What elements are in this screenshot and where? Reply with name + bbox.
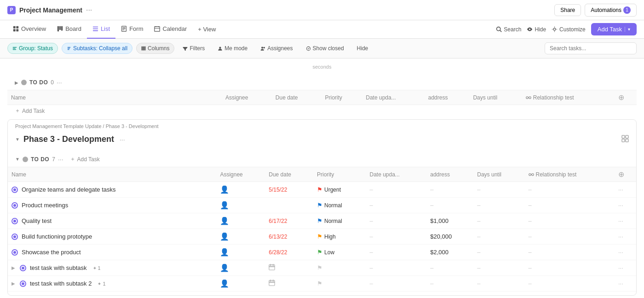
assignee-icon[interactable]: 👤	[220, 264, 229, 272]
task-status-icon[interactable]	[20, 280, 26, 287]
top-todo-chevron[interactable]: ▶	[15, 80, 18, 85]
phase3-chevron[interactable]: ▼	[15, 137, 20, 142]
add-column-icon[interactable]: ⊕	[618, 93, 624, 101]
task-priority-cell[interactable]: ⚑Low	[313, 245, 366, 260]
task-name-label[interactable]: Build functioning prototype	[22, 233, 92, 240]
priority-label: Low	[324, 249, 334, 256]
add-task-dropdown-arrow[interactable]: ▾	[625, 27, 630, 32]
subtasks-chip[interactable]: Subtasks: Collapse all	[62, 43, 132, 54]
task-status-icon[interactable]	[12, 234, 18, 240]
top-todo-table: Name Assignee Due date Priority Date upd…	[7, 90, 637, 105]
p3-col-relationship-label: Relationship test	[536, 171, 577, 178]
share-button[interactable]: Share	[554, 4, 581, 16]
app-menu-button[interactable]: ···	[86, 6, 92, 14]
task-more-button[interactable]: ···	[618, 233, 623, 240]
task-due-date-cell[interactable]	[265, 260, 313, 276]
phase3-todo-chevron[interactable]: ▼	[15, 157, 20, 162]
task-more-cell[interactable]: ···	[615, 182, 636, 198]
task-due-date-cell[interactable]	[265, 276, 313, 292]
top-todo-more[interactable]: ···	[57, 79, 62, 86]
top-add-task-btn[interactable]: ＋ Add Task	[7, 107, 637, 115]
task-priority-cell[interactable]: ⚑Normal	[313, 213, 366, 229]
columns-chip[interactable]: Columns	[136, 43, 174, 54]
p3-add-column-icon[interactable]: ⊕	[618, 170, 624, 178]
date-updated-value: –	[369, 202, 373, 209]
nav-form[interactable]: Form	[115, 20, 149, 39]
show-closed-button[interactable]: Show closed	[301, 43, 349, 53]
task-more-cell[interactable]: ···	[615, 260, 636, 276]
task-name-label[interactable]: test task with subtask 2	[30, 280, 92, 287]
task-more-button[interactable]: ···	[618, 202, 623, 209]
subtask-expand[interactable]: ▶	[12, 265, 15, 270]
phase3-todo-add-task-inline[interactable]: ＋ Add Task	[70, 155, 100, 163]
task-due-date-cell[interactable]: 6/17/22	[265, 213, 313, 229]
assignee-icon[interactable]: 👤	[220, 217, 229, 225]
task-name-label[interactable]: Quality test	[22, 217, 52, 224]
nav-form-label: Form	[129, 25, 143, 32]
task-priority-cell[interactable]: ⚑	[313, 276, 366, 292]
search-button[interactable]: Search	[496, 26, 521, 33]
hide-button[interactable]: Hide	[527, 26, 546, 33]
task-more-button[interactable]: ···	[618, 264, 623, 271]
phase3-more[interactable]: ···	[120, 136, 125, 143]
task-more-button[interactable]: ···	[618, 217, 623, 224]
assignee-icon[interactable]: 👤	[220, 280, 229, 287]
task-more-cell[interactable]: ···	[615, 229, 636, 245]
subtask-expand[interactable]: ▶	[12, 281, 15, 286]
task-due-date-cell[interactable]: 6/13/22	[265, 229, 313, 245]
task-more-button[interactable]: ···	[618, 186, 623, 193]
add-task-button[interactable]: Add Task ▾	[591, 23, 637, 35]
task-priority-cell[interactable]: ⚑Normal	[313, 198, 366, 213]
svg-rect-6	[61, 26, 63, 31]
nav-calendar[interactable]: Calendar	[149, 20, 192, 39]
filters-button[interactable]: Filters	[178, 43, 209, 53]
assignee-icon[interactable]: 👤	[220, 248, 229, 256]
task-name-cell: Build functioning prototype	[8, 229, 216, 245]
phase3-todo-more[interactable]: ···	[58, 156, 63, 163]
group-status-chip[interactable]: Group: Status	[7, 43, 58, 54]
task-priority-cell[interactable]: ⚑Urgent	[313, 182, 366, 198]
customize-button[interactable]: Customize	[552, 26, 586, 33]
p3-col-add-button[interactable]: ⊕	[615, 167, 636, 182]
priority-label: Normal	[324, 202, 342, 209]
nav-add-view[interactable]: + View	[192, 26, 221, 33]
task-more-cell[interactable]: ···	[615, 276, 636, 292]
nav-board[interactable]: Board	[52, 20, 87, 39]
task-name-label[interactable]: Showcase the product	[22, 249, 81, 256]
phase3-breadcrumb: Project Management Template Update / Pha…	[8, 120, 636, 129]
nav-list[interactable]: List	[87, 20, 115, 39]
task-due-date-cell[interactable]: 5/15/22	[265, 182, 313, 198]
task-name-label[interactable]: Product meetings	[22, 202, 68, 209]
assignees-button[interactable]: Assignees	[256, 43, 297, 53]
task-more-cell[interactable]: ···	[615, 198, 636, 213]
task-status-icon[interactable]	[12, 218, 18, 224]
task-due-date-cell[interactable]	[265, 198, 313, 213]
search-tasks-input[interactable]	[545, 42, 637, 54]
task-priority-cell[interactable]: ⚑	[313, 260, 366, 276]
task-name-label[interactable]: test task with subtask	[30, 264, 87, 271]
task-status-icon[interactable]	[12, 202, 18, 209]
nav-overview[interactable]: Overview	[7, 20, 52, 39]
task-status-icon[interactable]	[12, 187, 18, 193]
col-add-button[interactable]: ⊕	[615, 90, 637, 105]
svg-rect-38	[626, 139, 628, 142]
phase3-header: ▼ Phase 3 - Development ···	[8, 129, 636, 148]
task-more-button[interactable]: ···	[618, 249, 623, 256]
task-name-label[interactable]: Organize teams and delegate tasks	[22, 186, 116, 193]
assignee-icon[interactable]: 👤	[220, 186, 229, 193]
hide-fields-button[interactable]: Hide	[352, 43, 373, 53]
assignee-icon[interactable]: 👤	[220, 201, 229, 209]
me-mode-button[interactable]: Me mode	[213, 43, 252, 53]
task-more-cell[interactable]: ···	[615, 245, 636, 260]
task-more-cell[interactable]: ···	[615, 213, 636, 229]
task-status-icon[interactable]	[12, 249, 18, 256]
assignee-icon[interactable]: 👤	[220, 233, 229, 240]
task-name-cell: ▶ test task with subtask 1	[8, 260, 216, 276]
phase3-layout-btn[interactable]	[621, 135, 629, 144]
task-status-icon[interactable]	[20, 265, 26, 271]
task-priority-cell[interactable]: ⚑High	[313, 229, 366, 245]
task-due-date-cell[interactable]: 6/28/22	[265, 245, 313, 260]
automations-button[interactable]: Automations 1	[585, 4, 637, 17]
phase3-todo-group-header: ▼ TO DO 7 ··· ＋ Add Task	[8, 152, 636, 167]
task-more-button[interactable]: ···	[618, 280, 623, 287]
